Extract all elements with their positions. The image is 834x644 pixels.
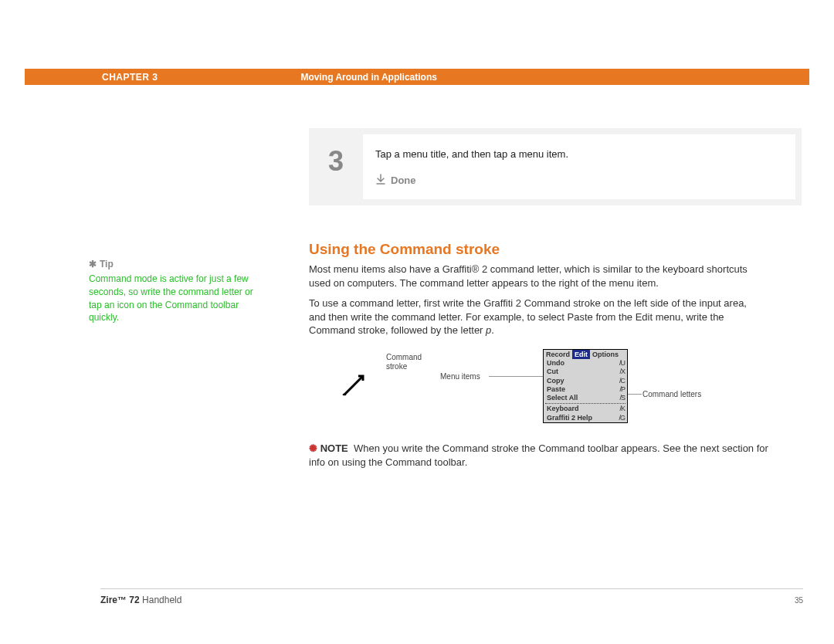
menu-tab-edit: Edit [572, 350, 590, 359]
menu-item: Keyboard/K [544, 405, 627, 413]
svg-point-0 [343, 394, 347, 395]
menu-item: Graffiti 2 Help/G [544, 414, 627, 422]
note-icon: ✺ [309, 442, 317, 454]
menu-divider [545, 403, 626, 404]
done-label: Done [391, 175, 416, 186]
menu-tab-record: Record [544, 350, 572, 359]
tip-label: Tip [100, 259, 114, 269]
footer-rule [100, 588, 803, 589]
note-label: NOTE [320, 442, 348, 454]
figure-menu-items-label: Menu items [440, 372, 480, 381]
note-text: When you write the Command stroke the Co… [309, 442, 768, 468]
chapter-label: CHAPTER 3 [102, 72, 158, 83]
body-paragraph-2: To use a command letter, first write the… [309, 297, 764, 337]
tip-star-icon: ✱ [89, 259, 97, 269]
figure: Commandstroke Menu items Command letters… [309, 344, 803, 436]
figure-menu-items-leader [489, 376, 543, 377]
step-body: Tap a menu title, and then tap a menu it… [363, 134, 795, 199]
figure-command-letters-leader [628, 394, 642, 395]
note-block: ✺ NOTE When you write the Command stroke… [309, 442, 772, 469]
command-stroke-icon [340, 373, 368, 399]
body-paragraph-1: Most menu items also have a Graffiti® 2 … [309, 263, 764, 290]
body-p2-a: To use a command letter, first write the… [309, 297, 747, 336]
menu-list: Undo/U Cut/X Copy/C Paste/P Select All/S… [544, 359, 627, 422]
footer-product-bold: Zire™ 72 [100, 595, 140, 605]
footer-product-rest: Handheld [140, 595, 182, 605]
step-number: 3 [309, 128, 363, 205]
chapter-title: Moving Around in Applications [301, 72, 437, 83]
menu-item: Undo/U [544, 359, 627, 368]
menu-item: Select All/S [544, 394, 627, 402]
menu-panel: Record Edit Options Undo/U Cut/X Copy/C … [543, 349, 628, 423]
figure-command-letters-label: Command letters [642, 390, 701, 398]
tip-body: Command mode is active for just a few se… [89, 273, 259, 324]
figure-command-stroke-label: Commandstroke [386, 353, 422, 371]
step-box: 3 Tap a menu title, and then tap a menu … [309, 128, 802, 205]
tip-block: ✱Tip Command mode is active for just a f… [89, 259, 259, 324]
menu-item: Paste/P [544, 385, 627, 394]
done-indicator: Done [375, 174, 785, 187]
tip-title: ✱Tip [89, 259, 259, 269]
footer-product: Zire™ 72 Handheld [100, 595, 181, 605]
done-arrow-icon [375, 174, 386, 187]
menu-item: Copy/C [544, 377, 627, 385]
menu-tabs: Record Edit Options [544, 350, 627, 359]
menu-tab-options: Options [590, 350, 621, 359]
chapter-header-bar: CHAPTER 3 Moving Around in Applications [25, 69, 809, 85]
section-heading: Using the Command stroke [309, 241, 500, 258]
step-text: Tap a menu title, and then tap a menu it… [375, 148, 785, 160]
menu-item: Cut/X [544, 368, 627, 376]
footer-page-number: 35 [795, 596, 803, 605]
body-p2-c: . [491, 324, 494, 336]
